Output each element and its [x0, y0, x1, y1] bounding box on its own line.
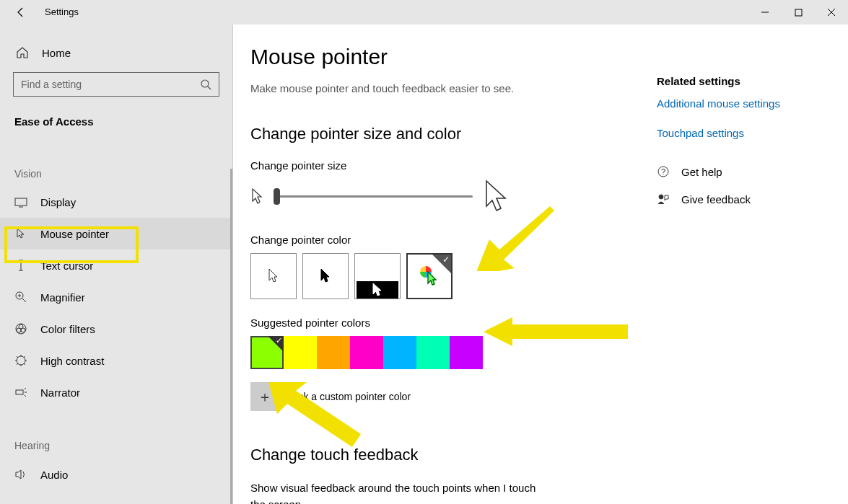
suggested-color-swatches: [250, 336, 848, 369]
related-settings-rail: Related settings Additional mouse settin…: [657, 75, 830, 220]
sidebar-item-label: Magnifier: [40, 291, 85, 304]
give-feedback-row[interactable]: Give feedback: [657, 193, 830, 205]
mouse-pointer-icon: [14, 227, 27, 240]
get-help-row[interactable]: ? Get help: [657, 165, 830, 178]
svg-line-20: [24, 363, 25, 365]
label-pointer-color: Change pointer color: [250, 234, 848, 246]
svg-point-30: [659, 195, 663, 199]
svg-line-3: [208, 87, 211, 89]
sidebar-item-text-cursor[interactable]: Text cursor: [0, 249, 232, 281]
feedback-icon: [657, 193, 670, 205]
help-icon: ?: [657, 165, 670, 178]
pointer-color-white[interactable]: [250, 253, 297, 299]
text-cursor-icon: [14, 259, 27, 272]
svg-line-24: [25, 388, 26, 389]
sidebar-item-label: Text cursor: [40, 260, 93, 272]
sidebar-item-magnifier[interactable]: Magnifier: [0, 281, 232, 313]
search-icon: [200, 79, 211, 90]
category-title: Ease of Access: [0, 107, 232, 128]
search-placeholder: Find a setting: [21, 79, 82, 90]
link-touchpad-settings[interactable]: Touchpad settings: [657, 127, 830, 139]
group-hearing: Hearing: [0, 408, 232, 459]
svg-line-7: [22, 299, 26, 302]
magnifier-icon: [14, 291, 27, 304]
search-input[interactable]: Find a setting: [13, 72, 219, 97]
sidebar-item-high-contrast[interactable]: High contrast: [0, 345, 232, 376]
section-touch-feedback: Change touch feedback: [250, 446, 848, 464]
svg-text:?: ?: [661, 167, 665, 176]
touch-feedback-description: Show visual feedback around the touch po…: [250, 480, 554, 504]
custom-color-label: Pick a custom pointer color: [289, 391, 411, 402]
titlebar: Settings: [0, 0, 848, 25]
window-controls: [748, 0, 848, 25]
group-vision: Vision: [0, 128, 232, 187]
sidebar-item-label: Color filters: [40, 323, 95, 335]
color-swatch-3[interactable]: [350, 336, 383, 369]
sidebar-item-narrator[interactable]: Narrator: [0, 376, 232, 408]
link-additional-mouse-settings[interactable]: Additional mouse settings: [657, 97, 830, 110]
svg-line-19: [17, 356, 18, 358]
svg-line-21: [24, 356, 25, 358]
maximize-button[interactable]: [782, 0, 815, 25]
color-filters-icon: [14, 322, 27, 335]
pointer-color-custom[interactable]: [406, 253, 453, 299]
minimize-button[interactable]: [748, 0, 782, 25]
checkmark-icon: [432, 255, 451, 273]
audio-icon: [14, 468, 27, 481]
home-icon: [16, 46, 29, 59]
back-button[interactable]: [10, 1, 32, 23]
color-swatch-0[interactable]: [250, 336, 284, 369]
svg-rect-4: [15, 198, 27, 205]
give-feedback-label: Give feedback: [681, 193, 751, 205]
svg-rect-1: [795, 9, 802, 16]
close-button[interactable]: [815, 0, 848, 25]
color-swatch-5[interactable]: [416, 336, 450, 369]
color-swatch-2[interactable]: [317, 336, 350, 369]
plus-icon: ＋: [258, 387, 272, 407]
narrator-icon: [14, 386, 27, 399]
color-swatch-4[interactable]: [383, 336, 416, 369]
sidebar-item-label: High contrast: [40, 355, 104, 367]
svg-line-26: [25, 395, 26, 397]
sidebar-item-label: Display: [40, 196, 76, 208]
pointer-size-slider[interactable]: [274, 195, 473, 198]
label-suggested-colors: Suggested pointer colors: [250, 317, 848, 329]
page-title: Mouse pointer: [250, 45, 848, 69]
svg-point-2: [201, 80, 209, 87]
sidebar-item-color-filters[interactable]: Color filters: [0, 313, 232, 345]
get-help-label: Get help: [681, 166, 722, 178]
pointer-color-inverted[interactable]: [354, 253, 401, 299]
high-contrast-icon: [14, 354, 27, 367]
svg-rect-23: [16, 390, 23, 394]
display-icon: [14, 198, 27, 208]
sidebar-item-label: Mouse pointer: [40, 228, 109, 240]
sidebar-item-mouse-pointer[interactable]: Mouse pointer: [0, 218, 232, 249]
sidebar-item-audio[interactable]: Audio: [0, 459, 232, 490]
sidebar-item-label: Audio: [40, 469, 68, 481]
color-swatch-6[interactable]: [450, 336, 483, 369]
pointer-color-options: [250, 253, 848, 299]
color-swatch-1[interactable]: [284, 336, 317, 369]
related-settings-heading: Related settings: [657, 75, 830, 87]
sidebar: Home Find a setting Ease of Access Visio…: [0, 25, 232, 504]
pointer-color-black[interactable]: [302, 253, 349, 299]
custom-color-button[interactable]: ＋: [250, 382, 279, 411]
slider-thumb[interactable]: [274, 188, 280, 205]
window-title: Settings: [45, 6, 79, 17]
home-label: Home: [42, 47, 71, 59]
sidebar-item-label: Narrator: [40, 386, 80, 399]
svg-line-22: [17, 363, 18, 365]
svg-point-13: [19, 324, 23, 329]
cursor-small-icon: [250, 187, 263, 205]
sidebar-item-display[interactable]: Display: [0, 187, 232, 218]
home-nav[interactable]: Home: [0, 40, 232, 65]
cursor-large-icon: [483, 179, 510, 213]
